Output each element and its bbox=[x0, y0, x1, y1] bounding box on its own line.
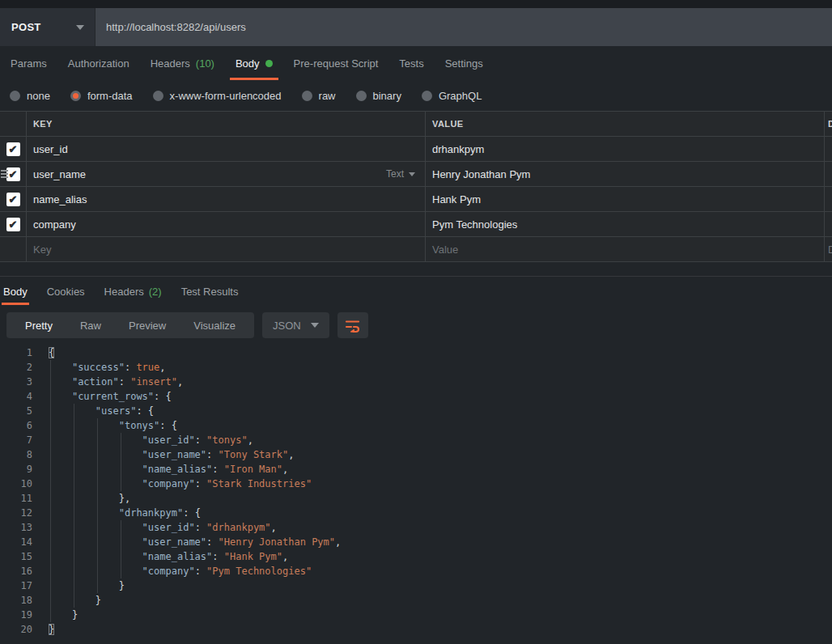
key-cell[interactable]: Key bbox=[26, 237, 425, 261]
request-tab-body[interactable]: Body bbox=[225, 46, 283, 80]
radio-label: none bbox=[27, 90, 50, 102]
radio-icon bbox=[70, 91, 81, 101]
value-type-label: Text bbox=[386, 168, 404, 180]
code-line: 20} bbox=[0, 622, 832, 637]
request-tab-params[interactable]: Params bbox=[0, 46, 57, 80]
radio-label: GraphQL bbox=[439, 90, 482, 102]
tab-label: Settings bbox=[445, 57, 483, 70]
row-checkbox[interactable]: ✔ bbox=[6, 167, 20, 181]
method-dropdown[interactable]: POST bbox=[0, 8, 96, 46]
radio-icon bbox=[356, 91, 367, 101]
row-checkbox[interactable]: ✔ bbox=[6, 193, 20, 206]
body-mode-form-data[interactable]: form-data bbox=[70, 90, 133, 102]
column-header-description: D bbox=[824, 112, 832, 136]
view-mode-pretty[interactable]: Pretty bbox=[11, 320, 66, 332]
format-label: JSON bbox=[273, 320, 301, 332]
tab-label: Authorization bbox=[68, 57, 129, 70]
column-header-key: KEY bbox=[26, 112, 425, 136]
description-cell[interactable] bbox=[824, 137, 832, 161]
view-mode-segmented-control: PrettyRawPreviewVisualize bbox=[6, 312, 254, 338]
key-cell[interactable]: user_id bbox=[26, 137, 425, 161]
indent-guide bbox=[74, 491, 74, 506]
code-text: } bbox=[32, 578, 125, 593]
request-tab-pre-request-script[interactable]: Pre-request Script bbox=[283, 46, 389, 80]
value-type-dropdown[interactable]: Text bbox=[386, 168, 425, 180]
indent-guide bbox=[50, 549, 51, 564]
line-number: 6 bbox=[0, 418, 32, 433]
response-tab-body[interactable]: Body bbox=[2, 277, 29, 307]
request-url-bar: POST http://localhost:8282/api/users bbox=[0, 8, 832, 46]
value-text: Henry Jonathan Pym bbox=[432, 168, 530, 180]
indent-guide bbox=[74, 506, 74, 520]
view-mode-preview[interactable]: Preview bbox=[115, 320, 180, 332]
description-cell[interactable]: D bbox=[824, 237, 832, 261]
row-checkbox[interactable]: ✔ bbox=[6, 142, 20, 156]
body-mode-graphql[interactable]: GraphQL bbox=[422, 90, 482, 102]
method-label: POST bbox=[11, 21, 41, 33]
description-cell[interactable] bbox=[824, 162, 832, 186]
response-format-dropdown[interactable]: JSON bbox=[262, 312, 329, 338]
value-cell[interactable]: drhankpym bbox=[425, 137, 824, 161]
response-tab-cookies[interactable]: Cookies bbox=[45, 277, 87, 307]
indent-guide bbox=[50, 404, 51, 418]
code-text: "action": "insert", bbox=[32, 375, 183, 389]
request-tab-headers[interactable]: Headers(10) bbox=[140, 46, 225, 80]
body-mode-x-www-form-urlencoded[interactable]: x-www-form-urlencoded bbox=[153, 90, 282, 102]
header-select-cell bbox=[0, 112, 26, 136]
indent-guide bbox=[74, 477, 74, 491]
key-cell[interactable]: name_alias bbox=[26, 187, 425, 211]
section-gap bbox=[0, 262, 832, 276]
code-line: 14 "user_name": "Henry Jonathan Pym", bbox=[0, 535, 832, 549]
body-mode-none[interactable]: none bbox=[10, 90, 50, 102]
indent-guide bbox=[74, 404, 74, 418]
value-cell[interactable]: Value bbox=[425, 237, 824, 261]
radio-label: x-www-form-urlencoded bbox=[170, 90, 282, 102]
tab-count-badge: (2) bbox=[149, 286, 162, 298]
top-strip bbox=[0, 0, 832, 8]
line-number: 18 bbox=[0, 593, 32, 608]
tab-count-badge: (10) bbox=[196, 57, 214, 70]
line-number: 16 bbox=[0, 564, 32, 578]
code-text: "current_rows": { bbox=[32, 389, 172, 404]
key-cell[interactable]: company bbox=[26, 212, 425, 236]
body-mode-raw[interactable]: raw bbox=[302, 90, 336, 102]
description-cell[interactable] bbox=[824, 187, 832, 211]
request-tab-tests[interactable]: Tests bbox=[388, 46, 434, 80]
value-cell[interactable]: Henry Jonathan Pym bbox=[425, 162, 824, 186]
drag-handle-icon[interactable] bbox=[1, 170, 8, 178]
row-select-cell bbox=[0, 237, 26, 261]
view-mode-visualize[interactable]: Visualize bbox=[180, 320, 249, 332]
value-cell[interactable]: Pym Technologies bbox=[425, 212, 824, 236]
body-mode-binary[interactable]: binary bbox=[356, 90, 401, 102]
row-select-cell: ✔ bbox=[0, 187, 26, 211]
request-tab-authorization[interactable]: Authorization bbox=[57, 46, 140, 80]
response-tab-headers[interactable]: Headers(2) bbox=[103, 277, 163, 307]
description-cell[interactable] bbox=[824, 212, 832, 236]
tab-label: Cookies bbox=[47, 286, 85, 298]
url-input[interactable]: http://localhost:8282/api/users bbox=[96, 8, 832, 46]
body-filled-dot-icon bbox=[265, 60, 273, 67]
indent-guide bbox=[74, 418, 74, 433]
indent-guide bbox=[74, 564, 74, 578]
indent-guide bbox=[74, 433, 74, 447]
row-checkbox[interactable]: ✔ bbox=[6, 218, 20, 231]
indent-guide bbox=[74, 520, 74, 535]
indent-guide bbox=[97, 506, 98, 520]
request-tab-settings[interactable]: Settings bbox=[435, 46, 494, 80]
value-placeholder: Value bbox=[432, 244, 458, 256]
url-text: http://localhost:8282/api/users bbox=[106, 21, 246, 33]
request-tabs: ParamsAuthorizationHeaders(10)BodyPre-re… bbox=[0, 46, 832, 80]
view-mode-raw[interactable]: Raw bbox=[66, 320, 115, 332]
indent-guide bbox=[50, 433, 51, 447]
value-cell[interactable]: Hank Pym bbox=[425, 187, 824, 211]
response-tab-test-results[interactable]: Test Results bbox=[180, 277, 240, 307]
wrap-lines-button[interactable] bbox=[337, 312, 368, 338]
code-text: "success": true, bbox=[32, 360, 166, 375]
code-line: 1{ bbox=[0, 345, 832, 360]
key-cell[interactable]: user_nameText bbox=[26, 162, 425, 186]
indent-guide bbox=[97, 520, 98, 535]
code-text: } bbox=[32, 608, 78, 622]
code-line: 9 "name_alias": "Iron Man", bbox=[0, 462, 832, 477]
indent-guide bbox=[97, 477, 98, 491]
indent-guide bbox=[97, 564, 98, 578]
